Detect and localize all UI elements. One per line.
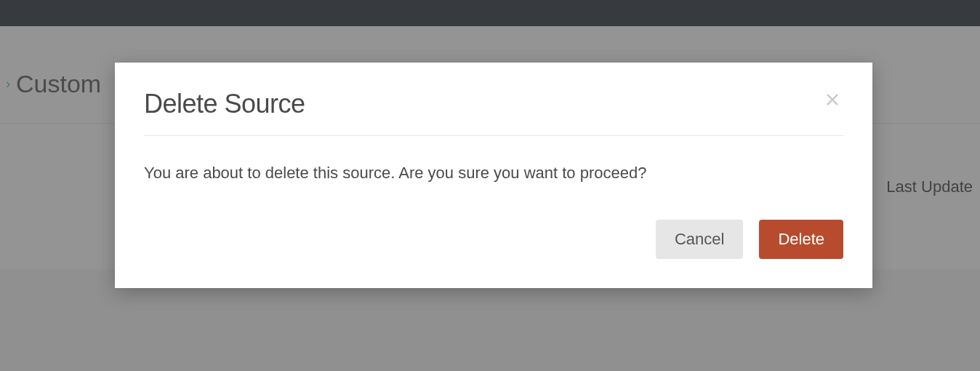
close-icon	[824, 92, 840, 108]
cancel-button[interactable]: Cancel	[656, 220, 743, 259]
modal-close-button[interactable]	[822, 89, 843, 111]
modal-body-text: You are about to delete this source. Are…	[144, 162, 843, 185]
viewport: › Custom Last Update Delete Source You a…	[0, 0, 980, 371]
delete-source-modal: Delete Source You are about to delete th…	[115, 63, 872, 288]
modal-header: Delete Source	[144, 89, 843, 119]
delete-button[interactable]: Delete	[759, 220, 843, 259]
modal-title: Delete Source	[144, 89, 305, 119]
modal-divider	[144, 135, 843, 136]
modal-footer: Cancel Delete	[144, 220, 843, 259]
